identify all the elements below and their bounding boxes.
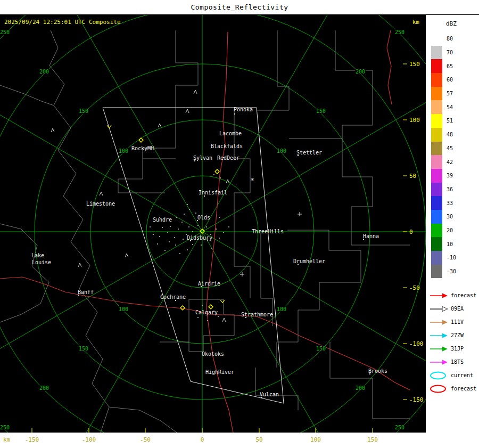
legend-label: current [451,372,473,378]
colorbar-row: 48 [431,128,456,142]
colorbar-row: 51 [431,114,456,128]
colorbar-swatch [431,183,442,197]
city-label: RedDeer [217,155,240,161]
colorbar-swatch [431,73,442,87]
colorbar-swatch [431,142,442,156]
colorbar-swatch [431,46,442,60]
legend-item: current [429,369,476,382]
city-label: Okotoks [202,351,224,357]
y-axis-label: -100 [409,340,424,347]
range-ring-label: 100 [119,148,128,154]
legend-label: 18TS [451,359,464,365]
radar-echo-dot [220,177,221,178]
arrow-icon [429,331,449,340]
colorbar-row: 65 [431,59,456,73]
arrow-icon [429,291,449,300]
city-label: Calgary [195,309,218,315]
radar-echo-dot [219,217,220,218]
range-ring-label: 100 [277,306,286,312]
city-label: Blackfalds [211,143,243,149]
radar-echo-dot [223,232,224,233]
range-ring-label: 250 [0,425,10,430]
radar-echo-dot [207,320,208,321]
legend-label: 27ZW [451,332,464,338]
city-label: Ponoka [234,107,253,112]
radar-echo-dot [202,305,203,306]
radar-echo-dot [201,245,202,246]
colorbar-value-label: 57 [442,91,453,96]
radar-echo-dot [218,316,219,317]
y-axis-label: 0 [409,229,413,235]
colorbar-swatch [431,251,442,265]
colorbar-row: 45 [431,142,456,156]
radar-echo-dot [187,249,188,250]
range-ring-label: 100 [119,306,128,312]
y-axis-label: 50 [409,173,416,180]
y-axis-label: -50 [409,284,420,291]
colorbar-row: 70 [431,46,456,60]
colorbar-row: 33 [431,196,456,210]
colorbar-swatch [431,59,442,73]
colorbar-row: 42 [431,155,456,169]
radar-echo-dot [157,243,158,245]
legend-item: forecast [429,289,476,302]
title-bar: Composite_Reflectivity [0,0,479,15]
radar-map-canvas: PonokaLacombeBlackfaldsSylvanRedDeerStet… [0,15,426,433]
legend-label: 09EA [451,306,464,312]
arrow-icon [429,318,449,327]
legend-item: 31JP [429,342,476,355]
arrow-icon [429,345,449,353]
colorbar-swatch [431,265,442,279]
colorbar-swatch [431,128,442,142]
legend-label: forecast [451,292,476,298]
km-unit-label-bottom: km [3,436,10,443]
timestamp-label: 2025/09/24 12:25:01 UTC Composite [4,19,121,26]
city-label: HighRiver [205,369,234,375]
colorbar-value-label: 33 [442,200,453,206]
city-label: Strathmore [241,312,273,317]
colorbar-value-label: 51 [442,118,453,124]
radar-echo-dot [176,217,177,218]
city-label: Sylvan [193,155,212,161]
colorbar-value-label: 10 [442,241,453,247]
city-label: Vulcan [260,392,279,397]
arrow-icon [429,305,449,313]
colorbar-value-label: 39 [442,173,453,178]
city-label: Hanna [363,233,379,239]
colorbar-row: 57 [431,87,456,101]
radar-echo-dot [167,232,168,233]
radar-echo-dot [197,225,199,226]
radar-echo-dot [178,229,179,230]
colorbar-value-label: 36 [442,186,453,192]
radar-echo-dot [170,226,171,227]
x-axis-label: -150 [25,436,39,443]
colorbar-row: 54 [431,100,456,114]
colorbar-swatch [431,210,442,224]
colorbar-row: 36 [431,183,456,197]
range-ring-label: 250 [0,29,10,35]
city-label: Lake [31,252,44,258]
colorbar-value-label: -10 [442,255,456,260]
radar-echo-dot [184,214,185,215]
ellipse-icon [429,371,449,380]
colorbar-value-label: 20 [442,227,453,233]
range-ring-label: 200 [39,69,49,75]
range-ring-label: 250 [395,29,404,35]
radar-map-area: 2025/09/24 12:25:01 UTC Composite km [0,15,426,433]
radar-echo-dot [211,248,212,249]
city-label: Cochrane [160,294,186,300]
city-label: Sundre [153,217,172,223]
colorbar-swatch [431,169,442,183]
colorbar-swatch [431,87,442,101]
legend-label: 111V [451,319,464,325]
colorbar-row: 30 [431,210,456,224]
range-ring-label: 200 [39,385,49,391]
radar-echo-dot [150,226,151,227]
radar-echo-dot [228,226,229,227]
y-axis-label: -150 [409,396,424,403]
colorbar-row: 20 [431,224,456,238]
colorbar-row: 80 [431,32,456,46]
legend-item: 27ZW [429,329,476,342]
colorbar-swatch [431,114,442,128]
arrow-icon [429,358,449,366]
